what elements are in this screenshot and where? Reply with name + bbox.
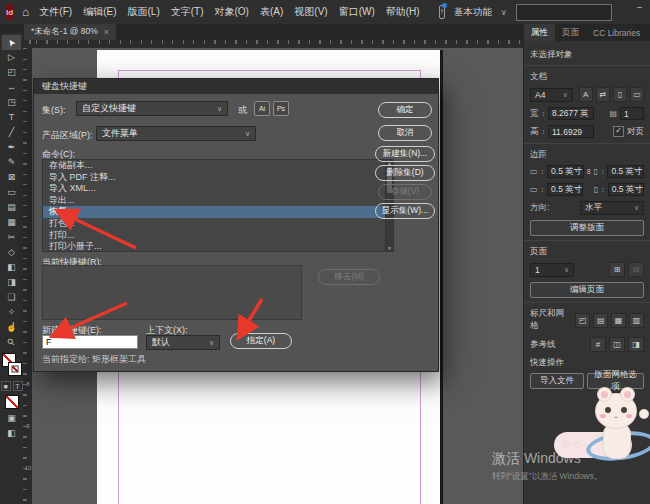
command-item[interactable]: 打印...: [43, 230, 393, 242]
current-page-select[interactable]: 1∨: [530, 263, 574, 277]
minimize-button[interactable]: –: [629, 0, 650, 14]
formatting-container-icon[interactable]: ■: [1, 381, 11, 391]
height-field[interactable]: 11.6929: [548, 125, 594, 138]
stepper-icon[interactable]: ↕: [542, 110, 546, 117]
menu-view[interactable]: 视图(V): [293, 3, 328, 21]
margin-bottom-field[interactable]: 0.5 英寸: [547, 183, 583, 196]
cancel-button[interactable]: 取消: [378, 125, 432, 141]
adjust-layout-button[interactable]: 调整版面: [530, 220, 644, 236]
gradient-tool[interactable]: ◧: [2, 260, 21, 275]
tab-cc-libraries[interactable]: CC Libraries: [586, 24, 647, 41]
free-transform-tool[interactable]: ◇: [2, 245, 21, 260]
command-item[interactable]: 打印小册子...: [43, 241, 393, 253]
menu-file[interactable]: 文件(F): [38, 3, 73, 21]
rulers-icon[interactable]: ◰: [575, 313, 590, 328]
note-tool[interactable]: ❏: [2, 290, 21, 305]
command-item-selected[interactable]: 恢复: [43, 206, 393, 218]
link-margins-icon[interactable]: 8: [587, 168, 591, 175]
margin-top-field[interactable]: 0.5 英寸: [547, 165, 584, 178]
landscape-icon[interactable]: ▭: [630, 87, 644, 102]
add-page-icon[interactable]: ⊞: [609, 262, 625, 277]
page-tool[interactable]: ◰: [2, 65, 21, 80]
pen-tool[interactable]: ✒: [2, 140, 21, 155]
type-tool[interactable]: T: [2, 110, 21, 125]
show-set-button[interactable]: 显示集(W)...: [375, 203, 435, 219]
menu-table[interactable]: 表(A): [259, 3, 284, 21]
gap-tool[interactable]: ↔: [2, 80, 21, 95]
menu-window[interactable]: 窗口(W): [338, 3, 376, 21]
layout-grid-options-button[interactable]: 版面网格选项: [587, 373, 644, 389]
menu-type[interactable]: 文字(T): [170, 3, 205, 21]
stepper-icon[interactable]: ↕: [601, 186, 605, 193]
photoshop-preset-button[interactable]: Ps: [273, 101, 289, 116]
illustrator-preset-button[interactable]: Ai: [254, 101, 270, 116]
command-item[interactable]: 导入 XML...: [43, 183, 393, 195]
dialog-title[interactable]: 键盘快捷键: [34, 79, 438, 94]
stepper-icon[interactable]: ↕: [542, 128, 546, 135]
horizontal-grid-tool[interactable]: ▤: [2, 200, 21, 215]
new-set-button[interactable]: 新建集(N)...: [375, 146, 435, 162]
margin-outside-field[interactable]: 0.5 英寸: [608, 183, 644, 196]
menu-layout[interactable]: 版面(L): [126, 3, 160, 21]
show-guides-icon[interactable]: #: [590, 337, 606, 352]
tab-close-icon[interactable]: ×: [104, 27, 109, 37]
command-item[interactable]: 打包...: [43, 218, 393, 230]
preview-mode-button[interactable]: ◧: [2, 426, 21, 441]
baseline-grid-icon[interactable]: ▤: [593, 313, 608, 328]
import-file-button[interactable]: 导入文件: [530, 373, 584, 389]
menu-help[interactable]: 帮助(H): [385, 3, 421, 21]
current-shortcuts-list[interactable]: [42, 265, 302, 320]
formatting-text-icon[interactable]: T: [13, 381, 23, 391]
portrait-icon[interactable]: ▯: [613, 87, 627, 102]
command-item[interactable]: 导入 PDF 注释...: [43, 172, 393, 184]
frame-tool[interactable]: ⊠: [2, 170, 21, 185]
stepper-icon[interactable]: ↕: [541, 186, 545, 193]
pages-count-field[interactable]: 1: [620, 107, 644, 120]
tab-pages[interactable]: 页面: [555, 24, 586, 41]
width-field[interactable]: 8.2677 英: [548, 107, 594, 120]
edit-page-button[interactable]: 编辑页面: [530, 282, 644, 298]
document-grid-icon[interactable]: ▦: [611, 313, 626, 328]
scissors-tool[interactable]: ✂: [2, 230, 21, 245]
menu-object[interactable]: 对象(O): [214, 3, 250, 21]
zoom-tool[interactable]: ⚲: [2, 335, 21, 350]
command-item[interactable]: 导出...: [43, 195, 393, 207]
workspace-switcher[interactable]: 基本功能: [454, 6, 492, 19]
ok-button[interactable]: 确定: [378, 102, 432, 118]
selection-tool[interactable]: ➤: [2, 35, 21, 50]
rectangle-tool[interactable]: ▭: [2, 185, 21, 200]
hand-tool[interactable]: ☝: [2, 320, 21, 335]
facing-pages-checkbox[interactable]: ✓: [613, 126, 624, 137]
stepper-icon[interactable]: ↕: [601, 168, 605, 175]
context-select[interactable]: 默认∨: [146, 335, 220, 350]
document-tab[interactable]: *未命名-1 @ 80% ×: [24, 24, 116, 40]
orientation-select[interactable]: 水平∨: [580, 201, 644, 215]
new-shortcut-input[interactable]: [42, 335, 138, 349]
swap-orientation-icon[interactable]: ⇄: [596, 87, 610, 102]
share-icon[interactable]: ↑: [439, 5, 445, 19]
page-size-select[interactable]: A4∨: [530, 88, 573, 102]
commands-list[interactable]: 存储副本... 导入 PDF 注释... 导入 XML... 导出... 恢复 …: [42, 159, 394, 252]
content-collector-tool[interactable]: ◳: [2, 95, 21, 110]
gradient-feather-tool[interactable]: ◨: [2, 275, 21, 290]
home-icon[interactable]: ⌂: [22, 5, 29, 19]
menu-edit[interactable]: 编辑(E): [82, 3, 117, 21]
product-area-select[interactable]: 文件菜单∨: [96, 126, 256, 141]
line-tool[interactable]: ╱: [2, 125, 21, 140]
stepper-icon[interactable]: ↕: [541, 168, 545, 175]
table-tool[interactable]: ▦: [2, 215, 21, 230]
doc-setup-icon[interactable]: A: [579, 87, 593, 102]
scroll-down-icon[interactable]: ▼: [386, 245, 393, 251]
tab-properties[interactable]: 属性: [524, 24, 555, 41]
delete-set-button[interactable]: 删除集(D): [375, 165, 435, 181]
shortcut-set-select[interactable]: 自定义快捷键∨: [76, 101, 228, 116]
margin-inside-field[interactable]: 0.5 英寸: [607, 165, 644, 178]
apply-none-swatch[interactable]: [5, 395, 19, 409]
stroke-swatch[interactable]: [8, 362, 22, 376]
assign-button[interactable]: 指定(A): [230, 333, 292, 349]
lock-guides-icon[interactable]: ◨: [628, 337, 644, 352]
screen-mode-button[interactable]: ▣: [2, 411, 21, 426]
pencil-tool[interactable]: ✎: [2, 155, 21, 170]
color-theme-tool[interactable]: ✧: [2, 305, 21, 320]
command-item[interactable]: 存储副本...: [43, 160, 393, 172]
